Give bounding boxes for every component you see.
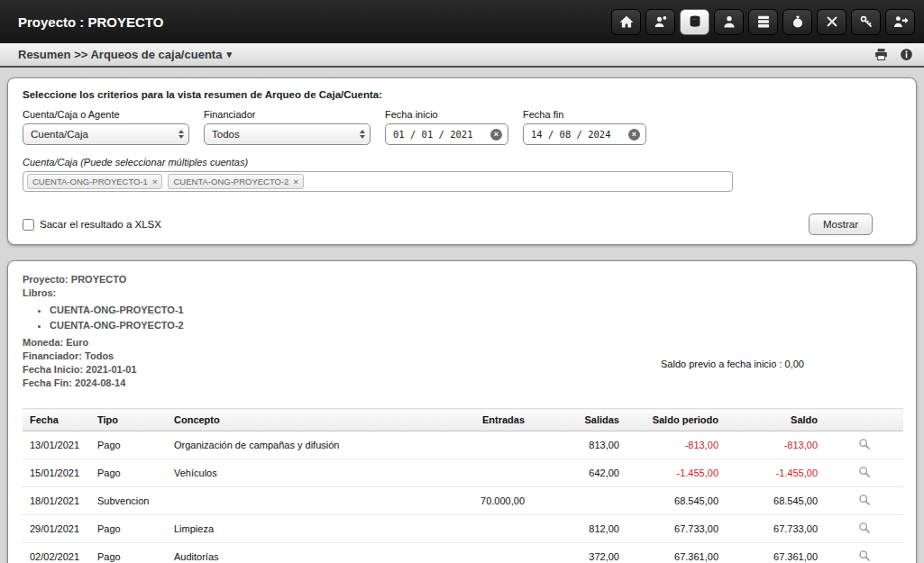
mostrar-button[interactable]: Mostrar <box>809 213 873 235</box>
cell-concepto: Organización de campañas y difusión <box>167 431 437 459</box>
cell-fecha: 29/01/2021 <box>23 515 90 543</box>
table-row: 02/02/2021 Pago Auditorías 372,00 67.361… <box>23 543 903 563</box>
results-panel: Proyecto: PROYECTO Libros: CUENTA-ONG-PR… <box>7 260 917 563</box>
table-row: 13/01/2021 Pago Organización de campañas… <box>23 431 903 459</box>
cuenta-caja-select-value: Cuenta/Caja <box>31 129 88 140</box>
magnifier-icon[interactable] <box>857 465 872 479</box>
nav-keys-button[interactable] <box>851 9 881 35</box>
col-header-actions <box>825 409 903 431</box>
magnifier-icon[interactable] <box>857 437 872 451</box>
fecha-fin-label: Fecha fin <box>523 109 646 120</box>
cell-saldo: 67.361,00 <box>726 543 825 563</box>
top-nav <box>611 9 915 35</box>
nav-accounts-button[interactable] <box>680 9 709 35</box>
cell-fecha: 02/02/2021 <box>23 543 90 563</box>
cell-concepto: Auditorías <box>167 543 437 563</box>
print-button[interactable] <box>872 46 890 64</box>
select-stepper-icon <box>360 130 365 139</box>
cuentas-multiselect-input[interactable]: CUENTA-ONG-PROYECTO-1 CUENTA-ONG-PROYECT… <box>23 171 733 192</box>
magnifier-icon[interactable] <box>857 493 872 507</box>
fecha-fin-input[interactable]: 14 / 08 / 2024 <box>523 123 646 145</box>
cell-saldo: 67.733,00 <box>726 515 825 543</box>
cell-entradas <box>437 515 532 543</box>
libro-item: CUENTA-ONG-PROYECTO-2 <box>50 319 901 332</box>
nav-tools-button[interactable] <box>817 9 846 35</box>
cell-saldo: -1.455,00 <box>726 459 825 487</box>
tag-remove-icon[interactable] <box>293 177 298 186</box>
cell-entradas: 70.000,00 <box>437 487 532 515</box>
cuenta-caja-select[interactable]: Cuenta/Caja <box>23 123 189 145</box>
cell-concepto <box>167 487 437 515</box>
nav-books-button[interactable] <box>748 9 778 35</box>
printer-icon <box>874 47 889 62</box>
nav-agents-button[interactable] <box>645 9 675 35</box>
criteria-heading: Seleccione los criterios para la vista r… <box>23 89 901 100</box>
summary-proyecto: Proyecto: PROYECTO <box>23 273 901 286</box>
libro-item: CUENTA-ONG-PROYECTO-1 <box>50 304 901 317</box>
chevron-down-icon <box>226 49 232 60</box>
cell-tipo: Pago <box>90 515 167 543</box>
tag-label: CUENTA-ONG-PROYECTO-1 <box>32 177 148 186</box>
info-button[interactable] <box>897 46 915 64</box>
col-header-salidas: Salidas <box>532 409 627 431</box>
cell-tipo: Pago <box>90 459 167 487</box>
page-title: Proyecto : PROYECTO <box>18 14 163 30</box>
page: Proyecto : PROYECTO <box>0 0 924 563</box>
cell-tipo: Subvencion <box>90 487 167 515</box>
info-icon <box>899 47 914 62</box>
cell-entradas <box>437 431 532 459</box>
cell-saldo: -813,00 <box>726 431 825 459</box>
saldo-previo: Saldo previo a fecha inicio : 0,00 <box>661 359 804 369</box>
clear-icon[interactable] <box>490 129 502 141</box>
cell-saldo-periodo: 68.545,00 <box>627 487 726 515</box>
filters-panel: Seleccione los criterios para la vista r… <box>7 77 917 245</box>
table-row: 18/01/2021 Subvencion 70.000,00 68.545,0… <box>23 487 903 515</box>
tag-label: CUENTA-ONG-PROYECTO-2 <box>173 177 288 186</box>
col-header-tipo: Tipo <box>90 409 167 431</box>
cell-salidas: 642,00 <box>532 459 627 487</box>
fecha-fin-value: 14 / 08 / 2024 <box>531 129 611 140</box>
cell-saldo-periodo: -813,00 <box>627 431 726 459</box>
home-icon <box>618 14 635 30</box>
arqueo-table: Fecha Tipo Concepto Entradas Salidas Sal… <box>23 408 903 563</box>
magnifier-icon[interactable] <box>857 549 872 563</box>
user-arrow-icon <box>892 14 909 30</box>
breadcrumb[interactable]: Resumen >> Arqueos de caja/cuenta <box>18 48 232 61</box>
col-header-saldo-periodo: Saldo periodo <box>627 409 726 431</box>
cell-salidas: 372,00 <box>532 543 627 563</box>
agents-icon <box>653 14 669 30</box>
cell-salidas <box>532 487 627 515</box>
table-header-row: Fecha Tipo Concepto Entradas Salidas Sal… <box>23 409 903 431</box>
xlsx-label: Sacar el resultado a XLSX <box>40 219 161 230</box>
cell-fecha: 13/01/2021 <box>23 431 90 459</box>
magnifier-icon[interactable] <box>857 521 872 535</box>
col-header-saldo: Saldo <box>726 409 825 431</box>
cell-fecha: 15/01/2021 <box>23 459 90 487</box>
tag-remove-icon[interactable] <box>152 177 158 186</box>
cell-entradas <box>437 459 532 487</box>
cell-entradas <box>437 543 532 563</box>
cell-saldo-periodo: 67.361,00 <box>627 543 726 563</box>
key-icon <box>858 14 874 30</box>
money-bag-icon <box>790 14 806 30</box>
cell-concepto: Vehículos <box>167 459 437 487</box>
nav-funds-button[interactable] <box>782 9 812 35</box>
content-area: Seleccione los criterios para la vista r… <box>0 68 924 563</box>
breadcrumb-bar: Resumen >> Arqueos de caja/cuenta <box>0 43 924 68</box>
user-icon <box>721 14 737 30</box>
report-summary: Proyecto: PROYECTO Libros: CUENTA-ONG-PR… <box>23 268 901 390</box>
nav-home-button[interactable] <box>611 9 641 35</box>
libros-list: CUENTA-ONG-PROYECTO-1 CUENTA-ONG-PROYECT… <box>50 304 901 332</box>
tools-icon <box>824 14 840 30</box>
col-header-entradas: Entradas <box>437 409 532 431</box>
financiador-select[interactable]: Todos <box>204 123 371 145</box>
xlsx-checkbox[interactable] <box>23 219 34 231</box>
cell-saldo-periodo: -1.455,00 <box>627 459 726 487</box>
fecha-inicio-input[interactable]: 01 / 01 / 2021 <box>385 123 508 145</box>
fecha-inicio-label: Fecha inicio <box>385 109 508 120</box>
nav-exit-button[interactable] <box>885 9 915 35</box>
nav-user-button[interactable] <box>714 9 744 35</box>
cell-salidas: 813,00 <box>532 431 627 459</box>
col-header-concepto: Concepto <box>167 409 437 431</box>
clear-icon[interactable] <box>628 129 640 141</box>
